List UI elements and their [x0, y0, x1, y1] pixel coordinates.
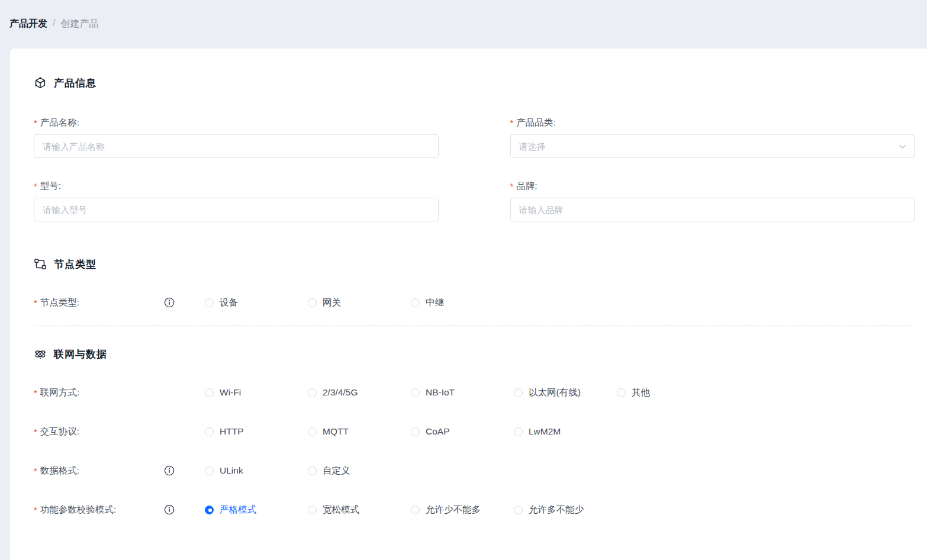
node-type-options: 设备 网关 中继: [205, 297, 514, 309]
network-mode-row: * 联网方式: Wi-Fi 2/3/4/5G NB-IoT: [34, 386, 915, 399]
product-info-form: * 产品名称: * 产品品类:: [34, 116, 915, 221]
form-item-model: * 型号:: [34, 179, 439, 221]
node-type-label: * 节点类型:: [34, 297, 164, 309]
required-mark: *: [34, 298, 37, 308]
radio-option[interactable]: ULink: [205, 465, 308, 476]
required-mark: *: [34, 427, 37, 437]
radio-option[interactable]: LwM2M: [514, 426, 617, 437]
info-icon[interactable]: [164, 465, 175, 476]
radio-option[interactable]: 允许多不能少: [514, 504, 617, 516]
breadcrumb-section[interactable]: 产品开发: [9, 18, 47, 30]
radio-icon: [411, 427, 420, 436]
radio-option[interactable]: NB-IoT: [411, 387, 514, 398]
radio-icon: [308, 388, 317, 397]
section-header-node-type: 节点类型: [34, 257, 915, 271]
network-data-rows: * 联网方式: Wi-Fi 2/3/4/5G NB-IoT: [34, 386, 915, 516]
product-name-input[interactable]: [34, 134, 439, 158]
radio-icon: [308, 506, 317, 514]
radio-option[interactable]: 允许少不能多: [411, 504, 514, 516]
radio-icon: [411, 388, 420, 397]
protocol-options: HTTP MQTT CoAP LwM2M: [205, 426, 617, 437]
radio-icon: [205, 466, 214, 475]
radio-option-selected[interactable]: 严格模式: [205, 504, 308, 516]
breadcrumb-current: 创建产品: [60, 18, 98, 30]
radio-option[interactable]: HTTP: [205, 426, 308, 437]
radio-option[interactable]: CoAP: [411, 426, 514, 437]
required-mark: *: [34, 466, 37, 476]
section-title-node-type: 节点类型: [54, 258, 96, 271]
radio-icon: [411, 506, 420, 514]
section-title-network-data: 联网与数据: [54, 347, 107, 361]
radio-icon: [205, 427, 214, 436]
model-input[interactable]: [34, 198, 439, 221]
radio-icon: [514, 506, 523, 514]
radio-option[interactable]: 中继: [411, 297, 514, 309]
form-item-product-category: * 产品品类:: [510, 116, 915, 158]
data-format-options: ULink 自定义: [205, 465, 411, 477]
product-category-label: * 产品品类:: [510, 116, 915, 129]
radio-icon: [205, 298, 214, 307]
breadcrumb-separator: /: [53, 18, 55, 28]
radio-option[interactable]: MQTT: [308, 426, 411, 437]
data-format-row: * 数据格式: ULink 自定: [34, 464, 915, 477]
breadcrumb: 产品开发 / 创建产品: [0, 0, 927, 49]
radio-option[interactable]: 自定义: [308, 465, 411, 477]
radio-option[interactable]: 宽松模式: [308, 504, 411, 516]
radio-icon: [308, 427, 317, 436]
atom-icon: [34, 347, 47, 361]
radio-checked-icon: [205, 506, 214, 514]
validation-mode-options: 严格模式 宽松模式 允许少不能多 允许多不能少: [205, 504, 617, 516]
form-item-brand: * 品牌:: [510, 179, 915, 221]
radio-icon: [514, 427, 523, 436]
protocol-label: * 交互协议:: [34, 426, 164, 438]
radio-option[interactable]: 网关: [308, 297, 411, 309]
network-mode-label: * 联网方式:: [34, 387, 164, 399]
required-mark: *: [34, 388, 37, 398]
radio-icon: [205, 388, 214, 397]
required-mark: *: [34, 181, 37, 191]
topology-icon: [34, 258, 47, 271]
validation-mode-label: * 功能参数校验模式:: [34, 504, 164, 516]
required-mark: *: [34, 505, 37, 515]
cube-icon: [34, 76, 47, 89]
network-mode-options: Wi-Fi 2/3/4/5G NB-IoT 以太网(有线) 其他: [205, 387, 720, 399]
radio-icon: [514, 388, 523, 397]
radio-option[interactable]: Wi-Fi: [205, 387, 308, 398]
data-format-label: * 数据格式:: [34, 465, 164, 477]
section-title-product-info: 产品信息: [54, 76, 96, 90]
radio-icon: [411, 298, 420, 307]
model-label: * 型号:: [34, 179, 439, 192]
form-item-product-name: * 产品名称:: [34, 116, 439, 158]
radio-icon: [617, 388, 626, 397]
section-divider: [34, 325, 915, 326]
radio-option[interactable]: 其他: [617, 387, 720, 399]
section-header-network-data: 联网与数据: [34, 347, 915, 361]
brand-label: * 品牌:: [510, 179, 915, 192]
validation-mode-row: * 功能参数校验模式: 严格模式: [34, 503, 915, 516]
radio-option[interactable]: 设备: [205, 297, 308, 309]
radio-icon: [308, 466, 317, 475]
info-icon[interactable]: [164, 504, 175, 515]
product-name-label: * 产品名称:: [34, 116, 439, 129]
radio-icon: [308, 298, 317, 307]
section-header-product-info: 产品信息: [34, 76, 915, 90]
required-mark: *: [34, 118, 37, 128]
node-type-row: * 节点类型: 设备 网关 中继: [34, 296, 915, 309]
create-product-card: 产品信息 * 产品名称: * 产品品类:: [10, 49, 927, 560]
radio-option[interactable]: 2/3/4/5G: [308, 387, 411, 398]
radio-option[interactable]: 以太网(有线): [514, 387, 617, 399]
info-icon[interactable]: [164, 297, 175, 308]
product-category-select[interactable]: [510, 134, 915, 158]
required-mark: *: [510, 181, 514, 191]
brand-input[interactable]: [510, 198, 915, 221]
protocol-row: * 交互协议: HTTP MQTT CoAP L: [34, 425, 915, 438]
required-mark: *: [510, 118, 514, 128]
